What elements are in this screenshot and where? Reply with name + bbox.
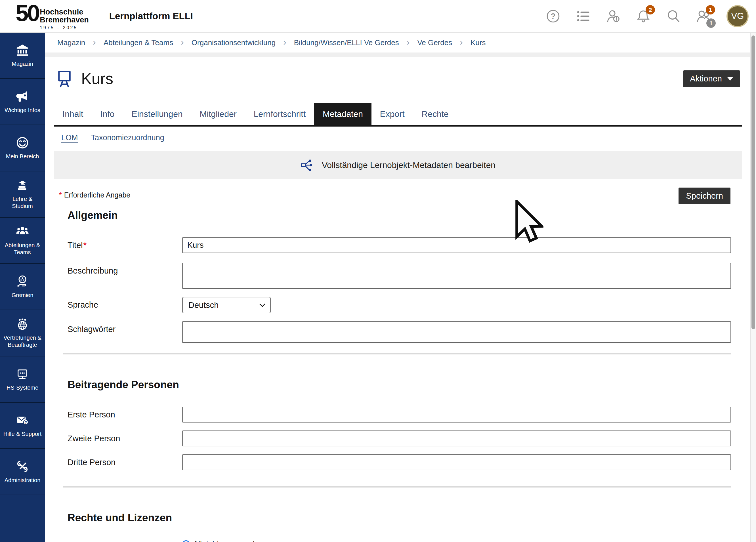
sidebar-item-label: HS-Systeme [7, 384, 38, 391]
breadcrumb-separator: › [283, 37, 286, 47]
main-content: Magazin › Abteilungen & Teams › Organisa… [45, 33, 750, 542]
mail-question-icon: ? [16, 414, 29, 428]
sidebar-item-mein-bereich[interactable]: Mein Bereich [0, 125, 45, 171]
chevron-down-icon [259, 301, 265, 307]
breadcrumb-kurs[interactable]: Kurs [471, 38, 486, 47]
subtab-bar: LOM Taxonomiezuordnung [54, 127, 742, 142]
tab-inhalt[interactable]: Inhalt [54, 103, 92, 125]
schlagwoerter-input[interactable] [182, 321, 731, 343]
tab-einstellungen[interactable]: Einstellungen [123, 103, 191, 125]
breadcrumb-organisationsentwicklung[interactable]: Organisationsentwicklung [192, 38, 276, 47]
tab-lernfortschritt[interactable]: Lernfortschritt [245, 103, 314, 125]
committee-hand-icon [16, 275, 29, 289]
sidebar-item-label: Wichtige Infos [5, 107, 40, 114]
breadcrumb-separator: › [181, 37, 184, 47]
svg-text:?: ? [25, 420, 27, 424]
required-asterisk: * [59, 191, 62, 199]
section-rechte-lizenzen: Rechte und Lizenzen [68, 512, 742, 524]
copyright-option-label: All rights reserved [193, 540, 255, 542]
actions-button-label: Aktionen [690, 74, 722, 83]
logo-50: 50 [16, 2, 39, 24]
bank-icon [16, 44, 29, 58]
smiley-icon [16, 136, 29, 150]
section-divider [63, 486, 731, 488]
dritte-person-input[interactable] [182, 454, 731, 470]
notifications-badge: 2 [646, 5, 655, 14]
course-easel-icon [56, 69, 73, 88]
titel-label-text: Titel [68, 241, 83, 250]
help-icon[interactable]: ? [546, 9, 560, 23]
app-title: Lernplattform ELLI [109, 11, 193, 22]
logo-line1: Hochschule [40, 8, 89, 16]
top-header: 50 Hochschule Bremerhaven 1975 – 2025 Le… [0, 0, 756, 33]
sidebar-item-hilfe-support[interactable]: ? Hilfe & Support [0, 403, 45, 449]
required-field-note: *Erforderliche Angabe [59, 188, 130, 199]
titel-label: Titel* [68, 237, 182, 250]
sidebar-item-administration[interactable]: Administration [0, 449, 45, 495]
globe-people-icon [16, 318, 29, 332]
megaphone-icon [16, 90, 29, 104]
notifications-bell-icon[interactable]: 2 [636, 9, 650, 23]
breadcrumb-separator: › [460, 37, 463, 47]
people-group-icon [16, 225, 29, 239]
section-divider [63, 353, 731, 354]
search-icon[interactable] [666, 9, 681, 23]
tab-metadaten[interactable]: Metadaten [314, 103, 371, 125]
contacts-badge-top: 1 [706, 5, 715, 14]
beschreibung-textarea[interactable] [182, 263, 731, 289]
sidebar-item-wichtige-infos[interactable]: Wichtige Infos [0, 79, 45, 125]
sprache-select[interactable]: Deutsch [182, 297, 271, 313]
breadcrumb-bildung-wissen[interactable]: Bildung/Wissen/ELLI Ve Gerdes [294, 38, 399, 47]
scrollbar-thumb[interactable] [751, 35, 755, 329]
sidebar-item-vertretungen[interactable]: Vertretungen & Beauftragte [0, 310, 45, 356]
books-graduation-icon [16, 179, 29, 193]
sidebar-item-label: Gremien [12, 292, 33, 299]
sidebar-item-gremien[interactable]: Gremien [0, 264, 45, 310]
sidebar-item-magazin[interactable]: Magazin [0, 33, 45, 79]
tab-info[interactable]: Info [92, 103, 123, 125]
zweite-person-input[interactable] [182, 430, 731, 446]
sidebar-item-label: Lehre & Studium [1, 196, 43, 210]
caret-down-icon [727, 77, 733, 81]
subtab-lom[interactable]: LOM [61, 133, 78, 142]
subtab-taxonomiezuordnung[interactable]: Taxonomiezuordnung [91, 133, 164, 142]
sidebar-filler [0, 495, 45, 542]
erste-person-input[interactable] [182, 407, 731, 423]
sprache-selected-value: Deutsch [188, 301, 219, 310]
sidebar-item-abteilungen-teams[interactable]: Abteilungen & Teams [0, 218, 45, 264]
logo-line2: Bremerhaven [40, 16, 89, 24]
tab-export[interactable]: Export [371, 103, 413, 125]
breadcrumb-divider [45, 52, 750, 57]
page-scrollbar[interactable] [750, 33, 756, 542]
tools-icon [16, 460, 29, 474]
tab-rechte[interactable]: Rechte [413, 103, 457, 125]
contacts-icon[interactable]: 1 1 [696, 9, 711, 23]
breadcrumb-magazin[interactable]: Magazin [57, 38, 85, 47]
breadcrumb-ve-gerdes[interactable]: Ve Gerdes [417, 38, 452, 47]
section-beitragende-personen: Beitragende Personen [68, 379, 742, 391]
erste-person-label: Erste Person [68, 407, 182, 419]
sidebar-item-lehre-studium[interactable]: Lehre & Studium [0, 171, 45, 218]
user-avatar[interactable]: VG [726, 5, 749, 27]
header-toolbar: ? 2 [546, 5, 756, 27]
breadcrumb: Magazin › Abteilungen & Teams › Organisa… [45, 33, 750, 52]
metadata-node-icon [300, 158, 314, 172]
breadcrumb-abteilungen-teams[interactable]: Abteilungen & Teams [104, 38, 173, 47]
titel-input[interactable] [182, 237, 731, 253]
awareness-who-is-online-icon[interactable] [606, 9, 620, 23]
monitor-icon [16, 367, 29, 382]
main-menu-list-icon[interactable] [576, 9, 590, 23]
section-allgemein: Allgemein [68, 209, 742, 221]
beschreibung-label: Beschreibung [68, 263, 182, 276]
sprache-label: Sprache [68, 297, 182, 310]
sidebar-item-label: Magazin [12, 60, 33, 68]
edit-full-metadata-label: Vollständige Lernobjekt-Metadaten bearbe… [322, 160, 495, 170]
edit-full-metadata-banner[interactable]: Vollständige Lernobjekt-Metadaten bearbe… [54, 151, 742, 179]
sidebar-item-label: Abteilungen & Teams [1, 242, 43, 256]
copyright-radio[interactable] [182, 540, 190, 542]
actions-button[interactable]: Aktionen [683, 70, 740, 87]
logo-years: 1975 – 2025 [40, 25, 89, 30]
sidebar-item-hs-systeme[interactable]: HS-Systeme [0, 356, 45, 403]
tab-mitglieder[interactable]: Mitglieder [191, 103, 245, 125]
save-button[interactable]: Speichern [679, 188, 730, 204]
